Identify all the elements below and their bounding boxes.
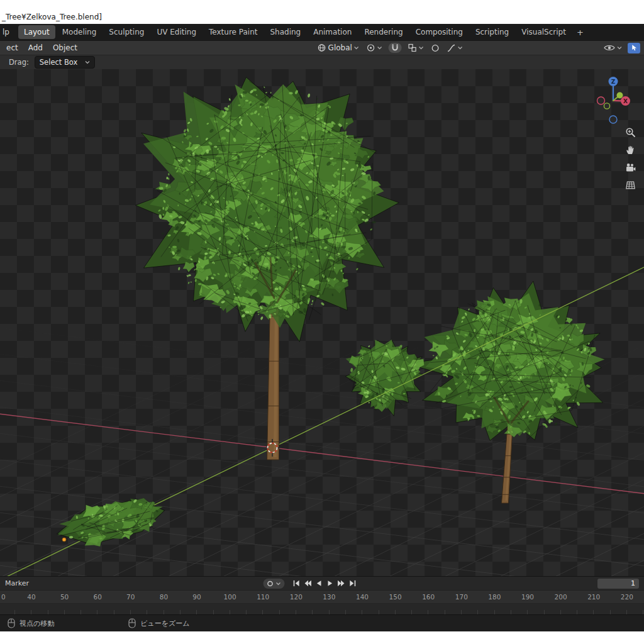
ruler-frame-label: 0 [1, 593, 6, 601]
play-reverse[interactable] [314, 579, 325, 588]
gizmo-axis-y-neg[interactable] [604, 103, 609, 109]
ruler-frame-label: 60 [94, 593, 102, 601]
status-hint: 視点の移動 [8, 618, 54, 628]
pivot-point-dropdown[interactable] [365, 43, 384, 53]
play-forward[interactable] [325, 579, 336, 588]
mouse-icon [8, 618, 15, 628]
viewport-menus: ectAddObject [1, 42, 82, 53]
visibility-dropdown[interactable] [602, 43, 623, 52]
playback-buttons [291, 579, 358, 588]
chevron-down-icon [419, 46, 424, 50]
marker-label[interactable]: Marker [5, 579, 29, 587]
jump-to-end[interactable] [348, 579, 358, 588]
camera-view-icon[interactable] [625, 162, 636, 173]
timeline-tick-strip[interactable] [0, 603, 644, 614]
snap-increment-icon [408, 43, 417, 52]
workspace-tab[interactable]: VisualScript [516, 25, 572, 39]
workspace-tab[interactable]: Modeling [57, 25, 103, 39]
snap-magnet-icon [391, 43, 399, 52]
ruler-frame-label: 140 [356, 593, 369, 601]
gizmo-axis-z-neg[interactable] [609, 116, 617, 123]
falloff-dropdown[interactable] [446, 43, 464, 53]
transform-orientation-dropdown[interactable]: Global [316, 43, 360, 53]
timeline-header: Marker 1 [0, 576, 644, 590]
ruler-frame-label: 70 [126, 593, 135, 601]
previous-keyframe[interactable] [303, 579, 313, 588]
viewport-menu[interactable]: Object [48, 42, 82, 53]
bottom-margin [0, 631, 644, 644]
grid-ortho-icon[interactable] [625, 180, 636, 191]
gizmo-axis-x-neg[interactable] [597, 97, 605, 104]
zoom-icon[interactable] [625, 127, 636, 138]
viewport-side-toolbar [625, 127, 636, 191]
status-hint-label: ビューをズーム [140, 619, 189, 628]
snap-target-dropdown[interactable] [407, 43, 425, 53]
ruler-frame-label: 100 [224, 593, 236, 601]
medium-zelkova-tree[interactable] [406, 281, 604, 503]
pan-hand-icon[interactable] [625, 145, 636, 155]
viewport-3d[interactable]: Z X [0, 69, 644, 576]
workspace-tab[interactable]: Texture Paint [203, 25, 263, 39]
orientation-globe-icon [318, 43, 326, 52]
x-axis-line [0, 413, 644, 494]
viewport-menu[interactable]: Add [23, 42, 48, 53]
ruler-frame-label: 130 [323, 593, 335, 601]
workspace-tab[interactable]: Shading [264, 25, 306, 39]
small-zelkova-sapling[interactable] [345, 340, 424, 416]
fallen-sapling-plane[interactable] [52, 488, 169, 555]
gizmo-axis-y[interactable] [617, 92, 623, 99]
mouse-icon [128, 618, 136, 628]
viewport-header: ectAddObject Global [0, 40, 644, 55]
navigation-gizmo[interactable]: Z X [590, 75, 636, 126]
falloff-curve-icon [447, 44, 456, 52]
status-hint: ビューをズーム [128, 618, 189, 628]
current-frame-field[interactable]: 1 [597, 579, 639, 589]
workspace-tab[interactable]: Rendering [358, 25, 408, 39]
viewport-scene[interactable] [0, 69, 644, 576]
viewport-header-right [602, 43, 640, 53]
ruler-frame-label: 40 [27, 593, 35, 601]
workspace-tab[interactable]: Sculpting [103, 25, 150, 39]
workspace-tab[interactable]: Compositing [410, 25, 469, 39]
proportional-editing-toggle[interactable] [430, 43, 441, 53]
chevron-down-icon [276, 582, 281, 586]
chevron-down-icon [617, 46, 622, 50]
workspace-tab[interactable]: UV Editing [151, 25, 202, 39]
chevron-down-icon [354, 46, 359, 50]
record-circle-icon [267, 580, 274, 587]
jump-to-start[interactable] [291, 579, 302, 588]
ruler-frame-label: 160 [422, 593, 435, 601]
topbar: lp LayoutModelingSculptingUV EditingText… [0, 24, 644, 40]
select-box-dropdown[interactable]: Select Box [35, 56, 96, 69]
chevron-down-icon [377, 46, 382, 50]
workspace-tab[interactable]: Animation [308, 25, 357, 39]
eye-icon [604, 44, 615, 52]
help-menu-partial[interactable]: lp [3, 28, 9, 36]
ruler-frame-label: 220 [621, 593, 633, 601]
ruler-frame-label: 180 [488, 593, 501, 601]
next-keyframe[interactable] [336, 579, 347, 588]
auto-keying-toggle[interactable] [264, 579, 285, 589]
add-workspace-button[interactable]: + [572, 26, 589, 38]
ruler-frame-label: 50 [60, 593, 69, 601]
active-tool-blue-button[interactable] [628, 43, 640, 53]
workspace-tabs: LayoutModelingSculptingUV EditingTexture… [18, 25, 572, 39]
chevron-down-icon [85, 60, 90, 64]
ruler-frame-label: 150 [389, 593, 402, 601]
window-title: _Tree¥Zelkova_Tree.blend] [2, 13, 102, 21]
ruler-frame-label: 210 [587, 593, 600, 601]
snap-toggle-button[interactable] [389, 43, 402, 53]
blender-window: _Tree¥Zelkova_Tree.blend] lp LayoutModel… [0, 0, 644, 644]
ruler-frame-label: 200 [555, 593, 567, 601]
gizmo-z-label: Z [611, 79, 616, 85]
status-hint-label: 視点の移動 [19, 619, 54, 628]
ruler-frame-label: 120 [290, 593, 303, 601]
ruler-frame-label: 190 [521, 593, 534, 601]
workspace-tab[interactable]: Layout [18, 25, 55, 39]
timeline-ruler[interactable]: 0405060708090100110120130140150160170180… [0, 590, 644, 603]
workspace-tab[interactable]: Scripting [470, 25, 514, 39]
viewport-menu[interactable]: ect [1, 42, 23, 53]
select-mode-label: Select Box [40, 58, 78, 67]
playback-cluster [264, 579, 358, 589]
tool-settings-bar: Drag: Select Box [0, 55, 644, 69]
